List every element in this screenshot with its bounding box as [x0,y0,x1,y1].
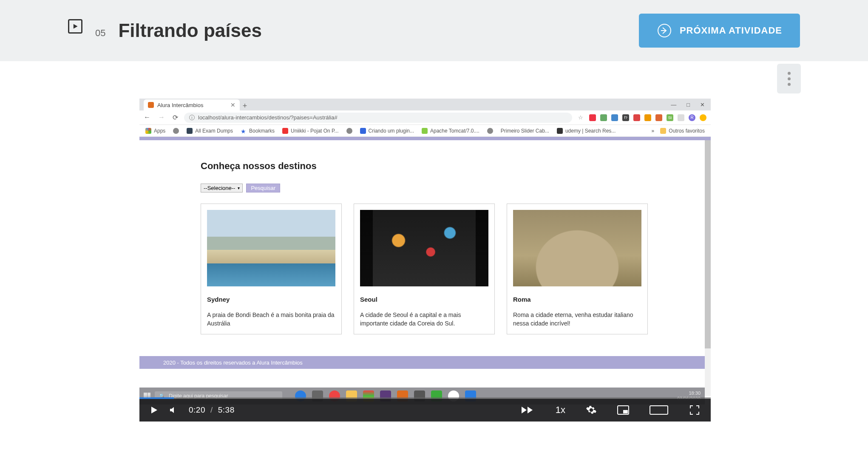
video-embed: Alura Intercâmbios ✕ + — □ ✕ ← → ⟳ i loc… [139,99,711,422]
svg-rect-8 [650,406,668,414]
video-icon [68,19,82,34]
svg-rect-7 [623,410,628,413]
duration: 5:38 [218,405,235,415]
bookmark-item[interactable]: Apps [145,128,165,134]
card-description: Roma a cidade eterna, venha estudar ital… [513,311,641,328]
page-heading: Conheça nossos destinos [201,161,650,172]
lesson-title: Filtrando países [118,20,261,41]
search-button[interactable]: Pesquisar [246,184,280,192]
kebab-menu[interactable] [777,64,801,93]
content-area: Alura Intercâmbios ✕ + — □ ✕ ← → ⟳ i loc… [0,61,868,464]
progress-track[interactable] [139,397,711,399]
profile-avatar-icon[interactable]: R [689,114,695,121]
svg-marker-5 [528,407,533,413]
theater-icon[interactable] [650,405,668,415]
destination-card[interactable]: Sydney A praia de Bondi Beach é a mais b… [201,204,342,334]
next-label: PRÓXIMA ATIVIDADE [680,25,782,36]
bookmark-item[interactable]: Uniikki - Pojat On P... [282,128,339,134]
tab-title: Alura Intercâmbios [157,102,203,108]
header-left: 05 Filtrando países [68,20,639,41]
card-description: A praia de Bondi Beach é a mais bonita p… [207,311,335,328]
close-window-icon[interactable]: ✕ [700,102,705,108]
bookmark-item[interactable]: All Exam Dumps [187,128,233,134]
bookmark-item[interactable]: Primeiro Slider Cab... [501,128,549,134]
bookmark-item[interactable]: Apache Tomcat/7.0.... [422,128,479,134]
page-footer: 2020 - Todos os direitos reservados a Al… [139,356,705,369]
url-text: localhost/alura-intercambios/destinos/?p… [198,114,338,121]
current-time: 0:20 [189,405,205,415]
scrollbar[interactable] [705,140,711,396]
time-display: 0:20 / 5:38 [189,405,235,415]
destination-cards: Sydney A praia de Bondi Beach é a mais b… [201,204,650,334]
country-select[interactable]: --Selecione-- [201,184,243,192]
bookmark-item[interactable]: udemy | Search Res... [557,128,616,134]
window-controls: — □ ✕ [671,99,711,110]
ext-icon[interactable] [589,114,596,121]
bookmark-item[interactable] [487,128,493,134]
bookmarks-overflow-icon[interactable]: » [652,128,655,134]
svg-marker-2 [151,407,157,413]
fullscreen-icon[interactable] [689,405,701,415]
address-bar[interactable]: i localhost/alura-intercambios/destinos/… [184,113,572,123]
video-player-controls: 0:20 / 5:38 1x [139,399,711,422]
svg-marker-0 [74,24,78,28]
ext-icon[interactable] [600,114,607,121]
svg-marker-4 [522,407,527,413]
ext-icon[interactable]: St [667,114,673,121]
tab-close-icon[interactable]: ✕ [230,102,235,108]
svg-marker-3 [170,407,174,413]
fast-forward-icon[interactable] [522,405,535,415]
bookmarks-bar: Apps All Exam Dumps ★Bookmarks Uniikki -… [139,125,711,137]
maximize-icon[interactable]: □ [686,102,690,108]
settings-icon[interactable] [586,405,597,416]
pip-icon[interactable] [617,405,629,415]
ext-icon[interactable] [655,114,662,121]
ext-icon[interactable] [700,114,706,121]
card-image [207,210,335,286]
card-title: Seoul [360,296,488,303]
extension-icons: f? St R [589,114,706,121]
filter-row: --Selecione-- Pesquisar [201,184,650,192]
bookmark-item[interactable] [346,128,352,134]
progress-fill [139,397,174,399]
back-icon[interactable]: ← [144,113,150,122]
new-tab-button[interactable]: + [240,102,250,110]
minimize-icon[interactable]: — [671,102,676,108]
bookmark-folder[interactable]: Outros favoritos [660,128,705,134]
destination-card[interactable]: Roma Roma a cidade eterna, venha estudar… [507,204,648,334]
card-image [513,210,641,286]
volume-button[interactable] [169,406,178,414]
bookmark-item[interactable]: Criando um plugin... [360,128,414,134]
ext-icon[interactable] [678,114,684,121]
scrollbar-thumb[interactable] [705,140,711,348]
card-image [360,210,488,286]
lesson-number: 05 [95,28,105,39]
ext-icon[interactable]: f? [622,114,629,121]
bookmark-item[interactable] [173,128,179,134]
play-button[interactable] [150,406,158,414]
page-accent-strip [139,137,711,140]
browser-tabstrip: Alura Intercâmbios ✕ + — □ ✕ [139,99,711,110]
webpage-body: Conheça nossos destinos --Selecione-- Pe… [139,137,711,396]
reload-icon[interactable]: ⟳ [173,113,178,122]
site-info-icon[interactable]: i [189,115,195,120]
ext-icon[interactable] [644,114,651,121]
destination-card[interactable]: Seoul A cidade de Seoul é a capital e a … [354,204,495,334]
ext-icon[interactable] [633,114,640,121]
card-title: Roma [513,296,641,303]
url-bar: ← → ⟳ i localhost/alura-intercambios/des… [139,110,711,125]
browser-tab[interactable]: Alura Intercâmbios ✕ [144,99,240,110]
star-icon[interactable]: ☆ [578,114,583,121]
favicon-icon [148,102,154,108]
card-description: A cidade de Seoul é a capital e a mais i… [360,311,488,328]
bookmark-item[interactable]: ★Bookmarks [241,128,275,134]
next-activity-button[interactable]: PRÓXIMA ATIVIDADE [639,14,800,48]
playback-rate[interactable]: 1x [556,405,565,416]
lesson-header: 05 Filtrando países PRÓXIMA ATIVIDADE [0,0,868,61]
card-title: Sydney [207,296,335,303]
ext-icon[interactable] [611,114,618,121]
forward-icon[interactable]: → [158,113,165,122]
